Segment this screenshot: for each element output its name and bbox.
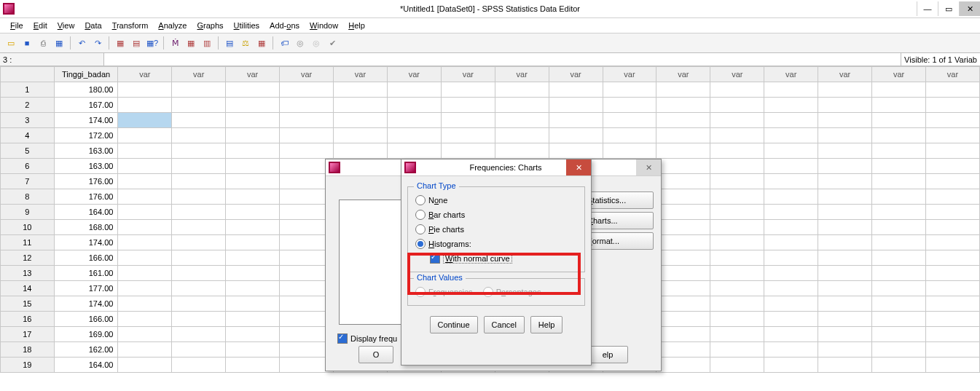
empty-cell[interactable]	[818, 296, 872, 312]
column-header-var[interactable]: var	[710, 67, 764, 82]
empty-cell[interactable]	[387, 143, 441, 159]
empty-cell[interactable]	[118, 128, 172, 143]
empty-cell[interactable]	[656, 296, 710, 312]
empty-cell[interactable]	[872, 159, 926, 174]
empty-cell[interactable]	[818, 327, 872, 342]
column-header-var[interactable]: var	[656, 67, 710, 82]
empty-cell[interactable]	[872, 250, 926, 266]
column-header-var[interactable]: var	[280, 67, 334, 82]
empty-cell[interactable]	[656, 113, 710, 128]
empty-cell[interactable]	[710, 266, 764, 281]
open-icon[interactable]: ▭	[4, 36, 17, 50]
empty-cell[interactable]	[925, 266, 979, 281]
empty-cell[interactable]	[172, 143, 226, 159]
radio-pie[interactable]	[415, 224, 426, 234]
empty-cell[interactable]	[603, 113, 656, 128]
empty-cell[interactable]	[710, 98, 764, 113]
menu-window[interactable]: Window	[305, 20, 342, 31]
empty-cell[interactable]	[226, 128, 280, 143]
empty-cell[interactable]	[549, 98, 603, 113]
data-cell[interactable]: 166.00	[54, 250, 118, 266]
empty-cell[interactable]	[872, 82, 926, 98]
empty-cell[interactable]	[656, 220, 710, 235]
empty-cell[interactable]	[172, 174, 226, 189]
empty-cell[interactable]	[710, 128, 764, 143]
empty-cell[interactable]	[387, 98, 441, 113]
freq-ok-button[interactable]: O	[358, 346, 393, 363]
empty-cell[interactable]	[656, 205, 710, 220]
empty-cell[interactable]	[334, 113, 388, 128]
empty-cell[interactable]	[818, 143, 872, 159]
empty-cell[interactable]	[226, 266, 280, 281]
column-header-var[interactable]: var	[118, 67, 172, 82]
empty-cell[interactable]	[818, 312, 872, 327]
empty-cell[interactable]	[925, 281, 979, 296]
menu-help[interactable]: Help	[344, 20, 369, 31]
empty-cell[interactable]	[764, 159, 818, 174]
empty-cell[interactable]	[226, 296, 280, 312]
empty-cell[interactable]	[118, 143, 172, 159]
empty-cell[interactable]	[118, 113, 172, 128]
undo-icon[interactable]: ↶	[75, 36, 88, 50]
empty-cell[interactable]	[818, 98, 872, 113]
maximize-button[interactable]: ▭	[938, 1, 959, 16]
empty-cell[interactable]	[872, 266, 926, 281]
empty-cell[interactable]	[764, 205, 818, 220]
empty-cell[interactable]	[925, 312, 979, 327]
row-header[interactable]: 3	[1, 113, 55, 128]
empty-cell[interactable]	[549, 113, 603, 128]
empty-cell[interactable]	[603, 128, 656, 143]
empty-cell[interactable]	[118, 250, 172, 266]
empty-cell[interactable]	[872, 281, 926, 296]
empty-cell[interactable]	[710, 159, 764, 174]
empty-cell[interactable]	[387, 82, 441, 98]
empty-cell[interactable]	[764, 143, 818, 159]
empty-cell[interactable]	[656, 98, 710, 113]
empty-cell[interactable]	[710, 220, 764, 235]
empty-cell[interactable]	[872, 358, 926, 373]
empty-cell[interactable]	[226, 327, 280, 342]
freq-help-button[interactable]: elp	[587, 346, 628, 363]
empty-cell[interactable]	[872, 189, 926, 205]
empty-cell[interactable]	[710, 174, 764, 189]
row-header[interactable]: 12	[1, 250, 55, 266]
empty-cell[interactable]	[172, 189, 226, 205]
empty-cell[interactable]	[656, 250, 710, 266]
empty-cell[interactable]	[710, 189, 764, 205]
column-header[interactable]: Tinggi_badan	[54, 67, 118, 82]
empty-cell[interactable]	[925, 143, 979, 159]
empty-cell[interactable]	[710, 250, 764, 266]
empty-cell[interactable]	[818, 281, 872, 296]
empty-cell[interactable]	[872, 128, 926, 143]
data-cell[interactable]: 174.00	[54, 235, 118, 250]
empty-cell[interactable]	[656, 312, 710, 327]
empty-cell[interactable]	[549, 143, 603, 159]
empty-cell[interactable]	[710, 342, 764, 358]
empty-cell[interactable]	[226, 235, 280, 250]
empty-cell[interactable]	[925, 358, 979, 373]
empty-cell[interactable]	[656, 82, 710, 98]
data-cell[interactable]: 174.00	[54, 296, 118, 312]
empty-cell[interactable]	[872, 296, 926, 312]
empty-cell[interactable]	[118, 281, 172, 296]
weight-icon[interactable]: ⚖	[239, 36, 252, 50]
data-cell[interactable]: 180.00	[54, 82, 118, 98]
empty-cell[interactable]	[656, 358, 710, 373]
empty-cell[interactable]	[925, 98, 979, 113]
empty-cell[interactable]	[495, 143, 549, 159]
empty-cell[interactable]	[226, 98, 280, 113]
empty-cell[interactable]	[334, 128, 388, 143]
data-cell[interactable]: 168.00	[54, 220, 118, 235]
empty-cell[interactable]	[764, 250, 818, 266]
empty-cell[interactable]	[764, 235, 818, 250]
empty-cell[interactable]	[172, 342, 226, 358]
empty-cell[interactable]	[549, 128, 603, 143]
empty-cell[interactable]	[656, 159, 710, 174]
empty-cell[interactable]	[710, 327, 764, 342]
empty-cell[interactable]	[872, 342, 926, 358]
empty-cell[interactable]	[172, 205, 226, 220]
empty-cell[interactable]	[710, 296, 764, 312]
empty-cell[interactable]	[226, 113, 280, 128]
empty-cell[interactable]	[172, 220, 226, 235]
empty-cell[interactable]	[495, 113, 549, 128]
